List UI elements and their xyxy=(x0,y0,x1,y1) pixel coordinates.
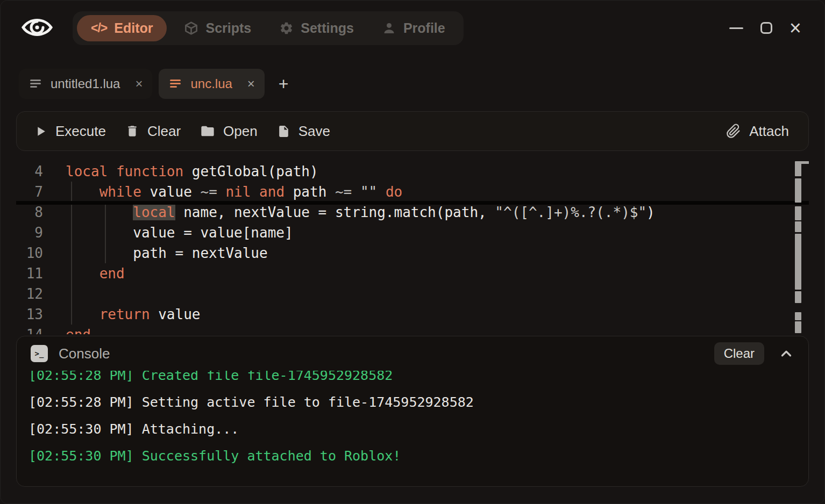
code-line[interactable]: 7 while value ~= nil and path ~= "" do xyxy=(16,182,809,202)
toolbar-right-group: Attach xyxy=(726,123,808,140)
code-text: end xyxy=(66,263,125,284)
console-header: >_ Console Clear xyxy=(17,336,808,371)
file-tab-label: untitled1.lua xyxy=(51,76,120,91)
file-tab-unc[interactable]: unc.lua × xyxy=(159,69,264,99)
scrollbar-thumb-segment[interactable] xyxy=(795,312,801,320)
file-tab-label: unc.lua xyxy=(190,76,232,91)
new-tab-button[interactable]: + xyxy=(279,75,289,92)
clear-button[interactable]: Clear xyxy=(125,123,181,140)
line-number: 12 xyxy=(16,284,43,304)
code-line[interactable]: 9 value = value[name] xyxy=(16,222,809,243)
console-panel: >_ Console Clear [02:55:28 PM] Created f… xyxy=(16,336,809,487)
maximize-button[interactable] xyxy=(760,22,772,34)
line-number: 8 xyxy=(16,202,43,222)
file-icon xyxy=(277,125,290,138)
tab-close-icon[interactable]: × xyxy=(247,77,255,90)
attach-label: Attach xyxy=(749,123,789,140)
code-editor[interactable]: 4local function getGlobal(path)7 while v… xyxy=(16,157,809,334)
main-nav: </> Editor Scripts Settings Profile xyxy=(73,11,464,45)
code-line[interactable]: 14end xyxy=(16,325,809,334)
file-tab-bar: untitled1.lua × unc.lua × + xyxy=(19,68,289,99)
play-icon xyxy=(34,125,47,138)
clear-label: Clear xyxy=(147,123,181,140)
gear-icon xyxy=(279,21,294,35)
line-number: 13 xyxy=(16,304,43,325)
close-button[interactable]: × xyxy=(790,22,801,34)
file-tab-untitled1[interactable]: untitled1.lua × xyxy=(19,69,152,99)
code-icon: </> xyxy=(91,21,107,35)
scrollbar-thumb-segment[interactable] xyxy=(795,178,801,203)
code-line[interactable]: 8 local name, nextValue = string.match(p… xyxy=(16,202,809,222)
folder-icon xyxy=(200,124,215,139)
nav-tab-settings-label: Settings xyxy=(301,20,354,36)
code-text: local name, nextValue = string.match(pat… xyxy=(66,202,655,222)
execute-label: Execute xyxy=(55,123,106,140)
code-text: end xyxy=(66,325,91,334)
nav-tab-scripts-label: Scripts xyxy=(205,20,251,36)
console-title: Console xyxy=(59,345,110,362)
nav-tab-scripts[interactable]: Scripts xyxy=(170,15,265,41)
console-line: [02:55:28 PM] Created file file-17459529… xyxy=(29,371,796,389)
file-lines-icon xyxy=(168,77,182,91)
code-line[interactable]: 13 return value xyxy=(16,304,809,325)
console-line: [02:55:30 PM] Successfully attached to R… xyxy=(29,443,796,470)
line-number: 14 xyxy=(16,325,43,334)
code-line[interactable]: 12 xyxy=(16,284,809,304)
cube-icon xyxy=(184,21,198,35)
line-number: 7 xyxy=(16,182,43,202)
code-text: value = value[name] xyxy=(66,222,293,243)
app-logo-eye-icon xyxy=(20,14,54,41)
console-line: [02:55:30 PM] Attaching... xyxy=(29,416,796,443)
person-icon xyxy=(382,21,396,35)
indent-guide xyxy=(105,202,106,263)
terminal-icon: >_ xyxy=(31,345,48,362)
scrollbar-thumb-segment[interactable] xyxy=(795,221,801,232)
titlebar: </> Editor Scripts Settings Profile xyxy=(0,0,825,56)
scrollbar-thumb-segment[interactable] xyxy=(795,321,801,333)
paperclip-icon xyxy=(726,124,741,139)
file-lines-icon xyxy=(29,77,42,91)
editor-scrollbar xyxy=(795,157,801,334)
scrollbar-thumb-segment[interactable] xyxy=(795,162,801,176)
nav-tab-profile-label: Profile xyxy=(403,20,445,36)
attach-button[interactable]: Attach xyxy=(726,123,789,140)
nav-tab-settings[interactable]: Settings xyxy=(265,15,368,41)
console-log[interactable]: [02:55:28 PM] Created file file-17459529… xyxy=(17,371,808,486)
save-button[interactable]: Save xyxy=(277,123,330,140)
code-text: local function getGlobal(path) xyxy=(66,161,318,182)
toolbar-left-group: Execute Clear Open Save xyxy=(17,123,330,140)
console-clear-button[interactable]: Clear xyxy=(714,342,764,365)
line-number: 10 xyxy=(16,243,43,263)
code-line[interactable]: 10 path = nextValue xyxy=(16,243,809,263)
scrollbar-thumb-segment[interactable] xyxy=(795,234,801,290)
code-text: path = nextValue xyxy=(66,243,268,263)
scrollbar-thumb-segment[interactable] xyxy=(795,206,801,220)
line-number: 9 xyxy=(16,222,43,243)
open-button[interactable]: Open xyxy=(200,123,258,140)
line-number: 11 xyxy=(16,263,43,284)
save-label: Save xyxy=(298,123,330,140)
console-line: [02:55:28 PM] Setting active file to fil… xyxy=(29,389,796,416)
trash-icon xyxy=(125,124,139,138)
code-text: while value ~= nil and path ~= "" do xyxy=(66,182,402,202)
editor-toolbar: Execute Clear Open Save Attach xyxy=(16,111,809,151)
window-controls: × xyxy=(729,18,801,38)
render-glitch-band xyxy=(16,201,809,205)
code-line[interactable]: 4local function getGlobal(path) xyxy=(16,161,809,182)
line-number: 4 xyxy=(16,161,43,182)
nav-tab-editor-label: Editor xyxy=(114,20,153,36)
scrollbar-thumb-segment[interactable] xyxy=(795,291,801,303)
code-text: return value xyxy=(66,304,200,325)
code-lines: 4local function getGlobal(path)7 while v… xyxy=(16,157,809,334)
chevron-up-icon[interactable] xyxy=(778,345,794,362)
nav-tab-profile[interactable]: Profile xyxy=(368,15,459,41)
nav-tab-editor[interactable]: </> Editor xyxy=(77,15,167,41)
tab-close-icon[interactable]: × xyxy=(135,77,143,90)
minimize-button[interactable] xyxy=(729,27,743,29)
execute-button[interactable]: Execute xyxy=(34,123,106,140)
console-actions: Clear xyxy=(714,342,794,365)
open-label: Open xyxy=(223,123,258,140)
code-line[interactable]: 11 end xyxy=(16,263,809,284)
